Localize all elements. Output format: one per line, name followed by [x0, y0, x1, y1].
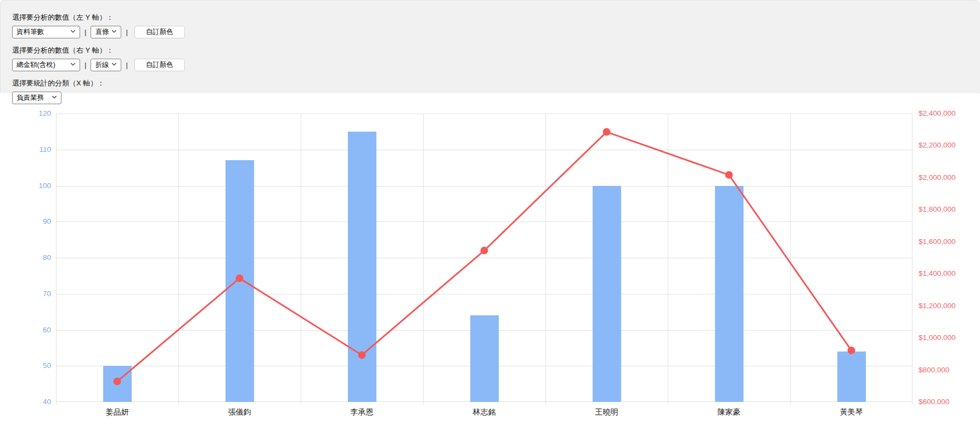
right-metric-value: 總金額(含稅)	[16, 60, 55, 70]
left-metric-select[interactable]: 資料筆數	[12, 26, 80, 38]
line-point[interactable]: 姜品妍: 728000	[114, 378, 121, 386]
x-axis-label: 王曉明	[566, 407, 648, 417]
x-axis-label: 李承恩	[321, 407, 403, 417]
x-axis-tick	[668, 402, 668, 405]
right-axis-label: 選擇要分析的數值（右 Y 軸）：	[12, 46, 979, 55]
chevron-down-icon	[111, 28, 117, 36]
x-axis-label: 張儀鈞	[199, 407, 281, 417]
x-axis-tick	[178, 402, 179, 405]
left-metric-value: 資料筆數	[16, 27, 44, 37]
x-axis-tick	[423, 402, 424, 405]
chevron-down-icon	[70, 28, 76, 36]
x-axis-label: 姜品妍	[76, 407, 159, 417]
left-axis-tick-label: 110	[0, 145, 51, 154]
x-axis-tick	[56, 402, 57, 405]
chart-controls-panel: 選擇要分析的數值（左 Y 軸）： 資料筆數 | 直條 | 自訂顏色	[0, 0, 979, 93]
right-axis-tick-label: $1,400,000	[919, 269, 956, 277]
right-axis-tick-label: $1,000,000	[919, 333, 956, 342]
line-point[interactable]: 黃美琴: 922000	[848, 347, 855, 354]
x-axis-label: 林志銘	[443, 407, 526, 417]
category-select[interactable]: 負責業務	[12, 92, 61, 104]
left-custom-color-button[interactable]: 自訂顏色	[134, 26, 185, 38]
category-control-group: 選擇要統計的分類（X 軸）： 負責業務	[12, 78, 979, 104]
right-custom-color-button[interactable]: 自訂顏色	[134, 59, 185, 71]
separator: |	[84, 61, 87, 69]
line-point[interactable]: 陳家豪: 2017000	[725, 171, 733, 179]
category-value: 負責業務	[16, 93, 44, 103]
x-axis-tick	[912, 402, 913, 405]
line-point[interactable]: 張儀鈞: 1372000	[236, 274, 244, 282]
right-axis-tick-label: $1,600,000	[919, 237, 956, 246]
right-axis-tick-label: $600,000	[919, 398, 949, 406]
right-axis-control-group: 選擇要分析的數值（右 Y 軸）： 總金額(含稅) | 折線 | 自訂顏色	[12, 46, 979, 71]
right-style-select[interactable]: 折線	[91, 59, 121, 71]
chevron-down-icon	[70, 61, 76, 69]
plot-area: 姜品妍: 728000張儀鈞: 1372000李承恩: 893000林志銘: 1…	[56, 114, 913, 402]
right-axis-tick-label: $2,000,000	[919, 173, 956, 182]
left-axis-tick-label: 40	[0, 398, 51, 406]
left-style-select[interactable]: 直條	[91, 26, 121, 38]
left-axis-tick-label: 100	[0, 182, 51, 190]
right-axis-tick-label: $2,200,000	[919, 141, 956, 149]
left-axis-label: 選擇要分析的數值（左 Y 軸）：	[12, 13, 979, 22]
separator: |	[125, 28, 128, 36]
line-path	[117, 132, 852, 382]
line-point[interactable]: 李承恩: 893000	[358, 351, 366, 359]
x-axis-tick	[790, 402, 791, 405]
left-axis-tick-label: 50	[0, 361, 51, 370]
right-axis-tick-label: $800,000	[919, 366, 949, 374]
separator: |	[125, 61, 128, 69]
x-axis-tick	[301, 402, 301, 405]
category-axis-label: 選擇要統計的分類（X 軸）：	[12, 78, 979, 88]
left-axis-tick-label: 70	[0, 290, 51, 298]
left-axis-tick-label: 90	[0, 217, 51, 225]
chevron-down-icon	[51, 94, 58, 102]
left-axis-tick-label: 80	[0, 253, 51, 262]
x-axis-label: 陳家豪	[688, 407, 770, 417]
chevron-down-icon	[111, 61, 117, 69]
separator: |	[84, 28, 87, 36]
right-axis-tick-label: $1,200,000	[919, 302, 956, 310]
line-series: 姜品妍: 728000張儀鈞: 1372000李承恩: 893000林志銘: 1…	[56, 114, 913, 402]
right-metric-select[interactable]: 總金額(含稅)	[12, 59, 80, 71]
right-axis-tick-label: $1,800,000	[919, 205, 956, 213]
left-axis-tick-label: 60	[0, 326, 51, 334]
right-axis-tick-label: $2,400,000	[919, 109, 956, 117]
x-axis-tick	[545, 402, 546, 405]
x-axis-label: 黃美琴	[810, 407, 893, 417]
line-point[interactable]: 林志銘: 1545000	[481, 247, 488, 254]
right-style-value: 折線	[95, 60, 109, 70]
line-point[interactable]: 王曉明: 2285000	[603, 128, 611, 136]
app-window: 選擇要分析的數值（左 Y 軸）： 資料筆數 | 直條 | 自訂顏色	[0, 0, 980, 425]
left-style-value: 直條	[95, 27, 109, 37]
left-axis-control-group: 選擇要分析的數值（左 Y 軸）： 資料筆數 | 直條 | 自訂顏色	[12, 13, 979, 38]
left-axis-tick-label: 120	[0, 109, 51, 117]
